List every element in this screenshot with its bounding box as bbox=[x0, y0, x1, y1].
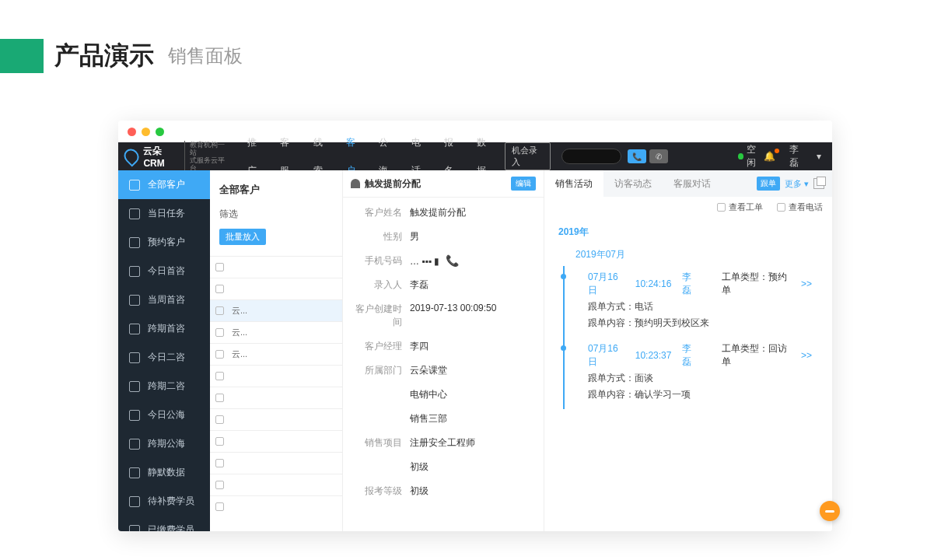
detail-label bbox=[351, 412, 410, 425]
status-dot-icon bbox=[738, 153, 743, 159]
table-row[interactable] bbox=[210, 365, 342, 387]
table-row[interactable] bbox=[210, 452, 342, 474]
filter-ticket-checkbox[interactable]: 查看工单 bbox=[717, 201, 763, 213]
tl-date: 07月16日 bbox=[588, 271, 624, 297]
list-title: 全部客户 bbox=[219, 178, 342, 201]
table-row[interactable] bbox=[210, 408, 342, 430]
detail-label bbox=[351, 388, 410, 401]
sidebar-item-12[interactable]: 已缴费学员 bbox=[118, 516, 210, 531]
detail-row: 初级 bbox=[351, 455, 536, 479]
table-row[interactable] bbox=[210, 495, 342, 517]
logo[interactable]: 云朵CRM 教育机构一站 式服务云平台 bbox=[118, 141, 233, 172]
sidebar-icon bbox=[129, 180, 140, 191]
sidebar-item-2[interactable]: 预约客户 bbox=[118, 228, 210, 257]
follow-tag[interactable]: 跟单 bbox=[757, 177, 780, 191]
tl-method: 跟单方式：电话 bbox=[588, 297, 818, 313]
agent-status[interactable]: 空闲 bbox=[738, 143, 764, 170]
phone-controls: 📞 ✆ bbox=[628, 149, 668, 163]
detail-value: 初级 bbox=[410, 485, 536, 498]
detail-label: 客户创建时间 bbox=[351, 303, 410, 329]
detail-row: 电销中心 bbox=[351, 383, 536, 407]
row-checkbox[interactable] bbox=[215, 328, 224, 337]
sidebar-item-5[interactable]: 跨期首咨 bbox=[118, 314, 210, 343]
copy-icon[interactable] bbox=[813, 178, 824, 189]
logo-icon bbox=[121, 145, 142, 166]
person-icon bbox=[351, 179, 360, 188]
maximize-dot[interactable] bbox=[156, 128, 164, 136]
activity-timeline: 2019年 2019年07月 07月16日10:24:16李磊工单类型：预约单>… bbox=[544, 218, 832, 412]
row-checkbox[interactable] bbox=[215, 285, 224, 293]
sidebar-item-3[interactable]: 今日首咨 bbox=[118, 257, 210, 285]
detail-value: 初级 bbox=[410, 460, 536, 474]
current-user[interactable]: 李磊 bbox=[789, 143, 803, 170]
table-row[interactable] bbox=[210, 387, 342, 408]
timeline-item: 07月16日10:24:16李磊工单类型：预约单>>跟单方式：电话跟单内容：预约… bbox=[563, 266, 818, 338]
tl-time: 10:24:16 bbox=[635, 278, 672, 289]
bulk-action-button[interactable]: 批量放入 bbox=[219, 229, 266, 245]
table-row[interactable] bbox=[210, 474, 342, 495]
sidebar-item-4[interactable]: 当周首咨 bbox=[118, 285, 210, 314]
phone-dial-button[interactable]: 📞 bbox=[628, 149, 646, 163]
detail-row: 客户姓名触发提前分配 bbox=[351, 201, 536, 225]
table-row[interactable] bbox=[210, 430, 342, 452]
row-checkbox[interactable] bbox=[215, 306, 224, 315]
activity-tab-1[interactable]: 访客动态 bbox=[603, 170, 663, 197]
detail-value: 2019-07-13 00:09:50 bbox=[410, 303, 536, 329]
filter-label[interactable]: 筛选 bbox=[219, 201, 342, 227]
filter-call-checkbox[interactable]: 查看电话 bbox=[777, 201, 823, 213]
table-row[interactable]: 云... bbox=[210, 321, 342, 343]
activity-tab-2[interactable]: 客服对话 bbox=[663, 170, 722, 197]
notifications-icon[interactable]: 🔔 bbox=[764, 151, 775, 162]
more-link[interactable]: 更多 ▾ bbox=[785, 178, 809, 190]
detail-label: 报考等级 bbox=[351, 485, 410, 498]
row-checkbox[interactable] bbox=[215, 415, 224, 424]
row-checkbox[interactable] bbox=[215, 437, 224, 446]
accent-block bbox=[0, 39, 44, 73]
help-fab-button[interactable] bbox=[820, 501, 840, 521]
row-checkbox[interactable] bbox=[215, 502, 224, 511]
sidebar-item-11[interactable]: 待补费学员 bbox=[118, 487, 210, 516]
sidebar-item-8[interactable]: 今日公海 bbox=[118, 401, 210, 429]
tl-expand[interactable]: >> bbox=[801, 350, 818, 361]
close-dot[interactable] bbox=[128, 128, 136, 136]
row-cell: 云... bbox=[229, 305, 247, 317]
edit-button[interactable]: 编辑 bbox=[511, 177, 536, 191]
table-row[interactable] bbox=[210, 278, 342, 299]
sidebar-item-label: 全部客户 bbox=[148, 178, 185, 191]
row-checkbox[interactable] bbox=[215, 459, 224, 467]
sidebar-item-9[interactable]: 跨期公海 bbox=[118, 429, 210, 458]
sidebar-item-6[interactable]: 今日二咨 bbox=[118, 343, 210, 372]
row-checkbox[interactable] bbox=[215, 372, 224, 380]
activity-tab-0[interactable]: 销售活动 bbox=[544, 170, 603, 197]
detail-value: 电销中心 bbox=[410, 388, 536, 401]
detail-row: 客户创建时间2019-07-13 00:09:50 bbox=[351, 297, 536, 334]
detail-row: 所属部门云朵课堂 bbox=[351, 359, 536, 383]
detail-row: 性别男 bbox=[351, 225, 536, 249]
table-row[interactable]: 云... bbox=[210, 343, 342, 365]
page-title: 产品演示 bbox=[54, 39, 154, 73]
sidebar-icon bbox=[129, 237, 140, 248]
phone-hangup-button[interactable]: ✆ bbox=[649, 149, 668, 163]
row-checkbox[interactable] bbox=[215, 394, 224, 402]
call-icon[interactable]: 📞 bbox=[446, 254, 459, 267]
search-input[interactable] bbox=[561, 149, 621, 164]
row-checkbox[interactable] bbox=[215, 481, 224, 489]
sidebar-icon bbox=[129, 439, 140, 450]
tl-expand[interactable]: >> bbox=[801, 278, 818, 289]
detail-value: 李磊 bbox=[410, 278, 536, 292]
page-header: 产品演示 销售面板 bbox=[0, 0, 941, 96]
user-menu-chevron-icon[interactable]: ▾ bbox=[817, 151, 821, 162]
detail-row: 录入人李磊 bbox=[351, 273, 536, 297]
sidebar-item-1[interactable]: 当日任务 bbox=[118, 199, 210, 228]
opportunity-entry-button[interactable]: 机会录入 bbox=[505, 142, 550, 170]
table-row[interactable]: 云... bbox=[210, 299, 342, 321]
timeline-item: 07月16日10:23:37李磊工单类型：回访单>>跟单方式：面谈跟单内容：确认… bbox=[563, 338, 818, 409]
detail-row: 销售项目注册安全工程师 bbox=[351, 431, 536, 455]
sidebar-item-10[interactable]: 静默数据 bbox=[118, 458, 210, 487]
row-checkbox[interactable] bbox=[215, 350, 224, 359]
sidebar-item-7[interactable]: 跨期二咨 bbox=[118, 372, 210, 401]
minimize-dot[interactable] bbox=[142, 128, 150, 136]
sidebar-item-label: 跨期首咨 bbox=[148, 322, 185, 335]
sidebar-item-0[interactable]: 全部客户 bbox=[118, 170, 210, 199]
detail-label: 所属部门 bbox=[351, 364, 410, 377]
